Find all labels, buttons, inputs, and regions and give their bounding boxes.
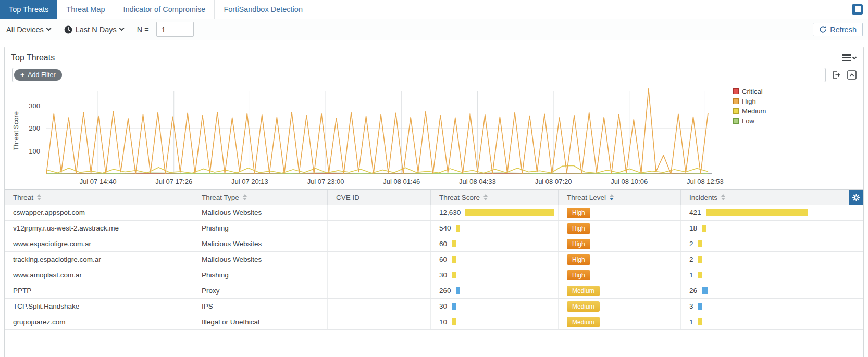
value-bar <box>452 303 456 310</box>
cell-value: 2 <box>689 256 693 263</box>
incidents-cell: 26 <box>680 283 845 298</box>
time-range-dropdown[interactable]: Last N Days <box>64 26 123 34</box>
filter-bar[interactable]: + Add Filter <box>12 68 826 82</box>
x-axis-tick: Jul 08 04:33 <box>451 177 503 185</box>
device-selector-dropdown[interactable]: All Devices <box>6 26 51 34</box>
threat-score-chart: Threat Score CriticalHighMediumLow 10020… <box>5 86 863 189</box>
cell-value: 1 <box>689 271 693 279</box>
y-axis-tick: 100 <box>16 147 40 155</box>
threat-score-cell: 30 <box>430 267 558 283</box>
column-header-incidents[interactable]: Incidents <box>680 190 845 205</box>
threat-score-cell: 60 <box>430 236 558 251</box>
legend-swatch <box>733 118 739 124</box>
tab-indicator-of-compromise[interactable]: Indicator of Compromise <box>114 0 215 19</box>
column-header-threat-score[interactable]: Threat Score <box>430 190 558 205</box>
legend-item-high: High <box>733 97 766 105</box>
clock-icon <box>64 26 72 34</box>
value-bar <box>452 318 456 325</box>
cve-id-cell <box>327 221 430 236</box>
tab-fortisandbox-detection[interactable]: FortiSandbox Detection <box>215 0 312 19</box>
table-row[interactable]: cswapper.appspot.comMalicious Websites12… <box>5 205 863 221</box>
threat-cell: TCP.Split.Handshake <box>5 299 193 314</box>
hamburger-icon <box>842 54 851 61</box>
threat-score-cell: 12,630 <box>430 205 558 220</box>
x-axis-tick: Jul 07 14:40 <box>72 177 124 185</box>
threat-level-badge: Medium <box>567 317 600 327</box>
sort-icon[interactable] <box>483 194 488 200</box>
x-axis-tick: Jul 08 12:53 <box>679 177 731 185</box>
column-header-label: Threat Level <box>567 194 606 201</box>
refresh-icon <box>819 26 827 33</box>
incidents-cell: 2 <box>680 236 845 251</box>
y-axis-tick: 300 <box>16 102 40 110</box>
threat-type-cell: Phishing <box>193 221 327 236</box>
tab-threat-map[interactable]: Threat Map <box>57 0 114 19</box>
sort-icon[interactable] <box>610 194 614 200</box>
incidents-cell: 1 <box>680 267 845 283</box>
column-header-label: Incidents <box>689 194 717 201</box>
plus-icon: + <box>20 71 24 79</box>
x-axis-tick: Jul 08 07:20 <box>527 177 579 185</box>
threat-level-cell: High <box>558 221 680 236</box>
legend-label: High <box>742 97 756 105</box>
threat-level-badge: High <box>567 208 590 218</box>
cve-id-cell <box>327 299 430 314</box>
table-row[interactable]: v12jrpmy.r.us-west-2.awstrack.mePhishing… <box>5 221 863 236</box>
table-row[interactable]: PPTPProxy260Medium26 <box>5 283 863 299</box>
add-filter-button[interactable]: + Add Filter <box>14 69 62 81</box>
sort-icon[interactable] <box>37 194 41 200</box>
sort-icon[interactable] <box>243 194 247 200</box>
cell-value: 60 <box>439 240 447 248</box>
filter-row: + Add Filter <box>5 67 863 85</box>
threat-level-cell: High <box>558 236 680 251</box>
table-row[interactable]: www.amoplast.com.arPhishing30High1 <box>5 267 863 283</box>
legend-item-low: Low <box>733 117 766 125</box>
threat-cell: v12jrpmy.r.us-west-2.awstrack.me <box>5 221 193 236</box>
threat-level-badge: Medium <box>567 301 600 312</box>
panel-toggle-icon[interactable] <box>852 4 863 15</box>
table-settings-button[interactable] <box>849 190 863 205</box>
value-bar <box>452 256 456 263</box>
table-row[interactable]: TCP.Split.HandshakeIPS30Medium3 <box>5 299 863 314</box>
incidents-cell: 3 <box>680 299 845 314</box>
chevron-up-box-icon[interactable] <box>847 70 857 80</box>
panel-title: Top Threats <box>11 53 55 62</box>
threat-level-cell: Medium <box>558 299 680 314</box>
threat-type-cell: IPS <box>193 299 327 314</box>
refresh-button[interactable]: Refresh <box>813 23 863 36</box>
threat-type-cell: Phishing <box>193 267 327 283</box>
column-header-threat-type[interactable]: Threat Type <box>193 190 327 205</box>
sort-icon[interactable] <box>721 194 725 200</box>
legend-swatch <box>733 88 739 94</box>
tab-bar-tabs: Top ThreatsThreat MapIndicator of Compro… <box>0 0 312 19</box>
refresh-label: Refresh <box>830 26 857 34</box>
column-header-threat-level[interactable]: Threat Level <box>558 190 680 205</box>
n-days-input[interactable] <box>156 22 194 37</box>
cell-value: 540 <box>439 224 451 232</box>
legend-item-critical: Critical <box>733 87 766 95</box>
top-threats-panel: Top Threats + Add Filter Threat Score Cr… <box>4 47 864 357</box>
table-row[interactable]: grupojuarez.comIllegal or Unethical10Med… <box>5 314 863 330</box>
value-bar <box>698 318 702 325</box>
tab-top-threats[interactable]: Top Threats <box>0 0 57 19</box>
threat-cell: www.espaciotigre.com.ar <box>5 236 193 251</box>
x-axis-tick: Jul 07 17:26 <box>148 177 200 185</box>
cve-id-cell <box>327 205 430 220</box>
export-icon[interactable] <box>831 70 841 80</box>
chevron-down-icon <box>119 26 124 31</box>
x-axis-tick: Jul 07 23:00 <box>300 177 352 185</box>
threat-type-cell: Malicious Websites <box>193 205 327 220</box>
column-header-threat[interactable]: Threat <box>5 190 193 205</box>
value-bar <box>702 225 706 232</box>
table-row[interactable]: tracking.espaciotigre.com.arMalicious We… <box>5 252 863 267</box>
value-bar <box>698 240 702 247</box>
filter-toolbar: All Devices Last N Days N = Refresh <box>0 19 868 40</box>
threat-score-cell: 10 <box>430 314 558 329</box>
cve-id-cell <box>327 236 430 251</box>
threat-type-cell: Malicious Websites <box>193 252 327 267</box>
table-row[interactable]: www.espaciotigre.com.arMalicious Website… <box>5 236 863 252</box>
column-header-label: CVE ID <box>336 194 359 201</box>
column-header-cve-id: CVE ID <box>327 190 430 205</box>
cell-value: 26 <box>689 287 697 295</box>
panel-menu-button[interactable] <box>842 54 856 61</box>
